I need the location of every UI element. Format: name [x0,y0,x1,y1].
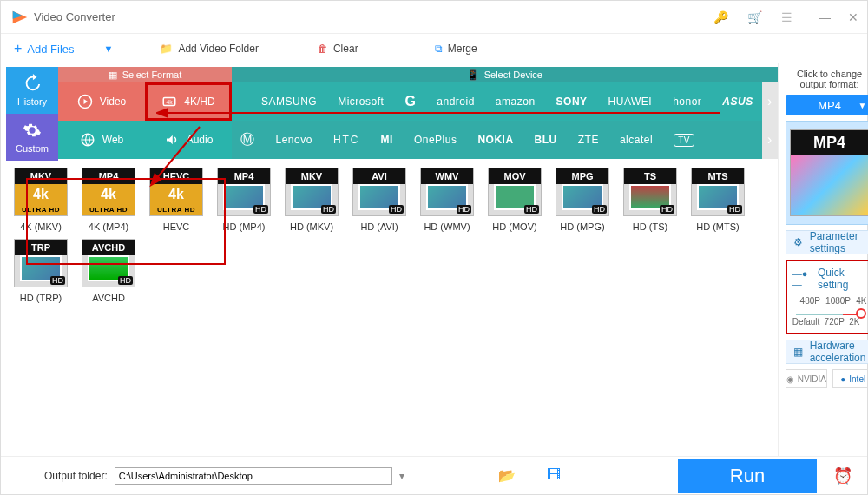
hd-badge: HD [321,205,336,214]
app-title: Video Converter [34,10,115,23]
format-item-hd-mp4-[interactable]: MP4HDHD (MP4) [213,168,275,232]
category-video[interactable]: Video [58,82,145,121]
merge-button[interactable]: ⧉ Merge [435,43,477,55]
format-item-4k-mkv-[interactable]: MKV4kULTRA HD4K (MKV) [10,168,72,232]
brand-htc[interactable]: HTC [333,134,360,146]
output-format-dropdown[interactable]: MP4 ▼ [786,95,868,116]
trash-icon: 🗑 [318,43,328,55]
format-item-hd-avi-[interactable]: AVIHDHD (AVI) [348,168,411,232]
hd-badge: HD [50,276,65,285]
category-video-label: Video [100,96,126,108]
add-files-dropdown[interactable]: ▼ [104,43,114,54]
tv-icon[interactable]: TV [674,134,694,147]
brand-amazon[interactable]: amazon [496,96,536,108]
format-item-avchd[interactable]: AVCHDHDAVCHD [77,239,140,303]
brand-samsung[interactable]: SAMSUNG [261,96,317,108]
uhd-4k-label: 4k [33,187,49,202]
format-label: HD (AVI) [360,221,398,232]
film-icon[interactable]: 🎞 [547,467,561,484]
add-files-label: Add Files [27,43,74,56]
quick-setting-icon: —●— [792,268,812,289]
format-top-label: MKV [286,168,338,184]
format-thumb: MKVHD [285,168,339,216]
quick-setting-label: Quick setting [818,267,866,291]
hd-badge: HD [727,205,742,214]
scale-1080p: 1080P [825,296,851,306]
brand-google[interactable]: G [404,94,416,109]
brand-scroll-right-2[interactable]: › [762,121,778,159]
format-item-hd-mts-[interactable]: MTSHDHD (MTS) [687,168,749,232]
format-item-hevc[interactable]: HEVC4kULTRA HDHEVC [145,168,207,232]
add-files-button[interactable]: + Add Files [14,41,75,56]
key-icon[interactable]: 🔑 [713,10,728,24]
brand-scroll-right[interactable]: › [762,82,778,121]
hd-badge: HD [524,205,539,214]
format-item-hd-mpg-[interactable]: MPGHDHD (MPG) [551,168,614,232]
brand-lenovo[interactable]: Lenovo [276,134,312,146]
hd-badge: HD [660,205,674,214]
format-thumb: MP4HD [217,168,271,216]
brand-alcatel[interactable]: alcatel [620,134,653,146]
alarm-icon[interactable]: ⏰ [824,466,862,485]
minimize-button[interactable]: — [819,10,831,24]
cart-icon[interactable]: 🛒 [747,10,762,24]
format-item-4k-mp4-[interactable]: MP44kULTRA HD4K (MP4) [77,168,140,232]
brand-huawei[interactable]: HUAWEI [608,96,653,108]
open-folder-icon[interactable]: 📂 [498,467,516,484]
history-tab[interactable]: History [6,67,58,114]
parameter-settings-button[interactable]: ⚙ Parameter settings [786,230,868,254]
uhd-4k-label: 4k [168,187,184,202]
output-format-hint: Click to change output format: [786,69,868,89]
format-label: 4K (MP4) [89,221,128,232]
brand-sony[interactable]: SONY [556,96,588,108]
preview-picture [791,155,868,215]
custom-tab[interactable]: Custom [6,114,58,161]
brand-microsoft[interactable]: Microsoft [338,96,384,108]
hd-badge: HD [592,205,607,214]
add-folder-button[interactable]: 📁 Add Video Folder [160,43,259,55]
format-item-hd-mkv-[interactable]: MKVHDHD (MKV) [280,168,343,232]
intel-button[interactable]: ●Intel [832,369,868,388]
hardware-acceleration-button[interactable]: ▦ Hardware acceleration [786,340,868,364]
nvidia-button[interactable]: ◉NVIDIA [786,369,827,388]
brand-honor[interactable]: honor [673,96,701,108]
brand-zte[interactable]: ZTE [578,134,599,146]
folder-plus-icon: 📁 [160,43,173,55]
output-folder-input[interactable] [115,467,392,485]
quick-setting-panel: —●— Quick setting . 480P 1080P 4K Defaul… [786,260,868,334]
format-item-hd-mov-[interactable]: MOVHDHD (MOV) [483,168,546,232]
format-thumb: TRPHD [14,239,68,287]
brand-asus[interactable]: ASUS [722,96,753,108]
format-top-label: MP4 [82,168,135,184]
brand-android[interactable]: android [437,96,475,108]
chip-icon: ▦ [793,346,803,358]
run-label: Run [730,465,765,487]
clear-button[interactable]: 🗑 Clear [318,43,358,55]
category-web[interactable]: Web [58,121,145,159]
format-header-icon: ▦ [108,69,117,81]
category-4khd[interactable]: 4k 4K/HD [145,82,232,121]
scale-720p: 720P [825,317,845,327]
brand-mi[interactable]: MI [381,134,393,146]
menu-icon[interactable]: ☰ [781,10,792,24]
category-audio[interactable]: Audio [145,121,232,159]
quick-setting-slider[interactable]: . 480P 1080P 4K Default 720P 2K . [792,296,867,326]
brand-blu[interactable]: BLU [535,134,557,146]
format-item-hd-ts-[interactable]: TSHDHD (TS) [619,168,681,232]
brand-oneplus[interactable]: OnePlus [414,134,457,146]
output-folder-dropdown[interactable]: ▾ [399,470,404,482]
caret-down-icon: ▼ [858,101,866,110]
format-thumb: HEVC4kULTRA HD [149,168,203,216]
nvidia-label: NVIDIA [798,374,826,384]
output-preview[interactable]: MP4 [786,121,868,225]
motorola-icon[interactable]: Ⓜ [240,131,255,149]
app-logo: Video Converter [10,8,115,27]
brand-nokia[interactable]: NOKIA [477,134,513,146]
hd-badge: HD [253,205,268,214]
custom-label: Custom [16,143,49,154]
format-item-hd-wmv-[interactable]: WMVHDHD (WMV) [416,168,478,232]
close-button[interactable]: ✕ [848,10,858,24]
brand-row-2: Ⓜ Lenovo HTC MI OnePlus NOKIA BLU ZTE al… [232,121,762,159]
run-button[interactable]: Run [678,459,817,493]
format-item-hd-trp-[interactable]: TRPHDHD (TRP) [10,239,72,303]
